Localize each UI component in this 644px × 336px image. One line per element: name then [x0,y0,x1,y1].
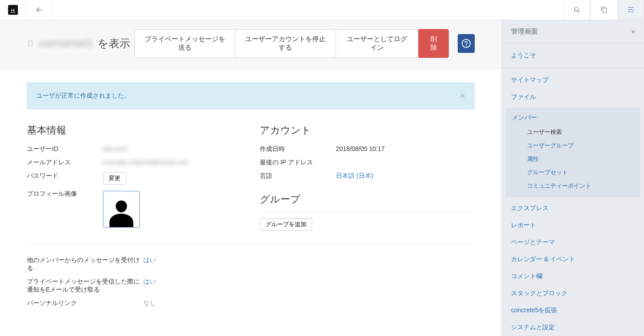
main-content: username01 を表示 プライベートメッセージを送る ユーザーアカウントを… [0,20,502,336]
change-password-button[interactable]: 変更 [103,172,126,185]
value-email: example.redacted@email.com [103,159,242,166]
suspend-button[interactable]: ユーザーアカウントを停止する [235,29,336,58]
value-created: 2018/08/05 10:17 [336,145,475,152]
row-password: パスワード 変更 [27,169,242,187]
help-button[interactable] [458,34,475,53]
nav-group-sets[interactable]: グループセット [524,166,640,179]
alert-message: ユーザが正常に作成されました。 [36,92,130,100]
copy-button[interactable] [590,0,618,20]
value-personal-link: なし [143,299,242,307]
row-user-id: ユーザーID abcuser1 [27,142,242,156]
delete-button[interactable]: 削除 [418,29,449,58]
label-profile-image: プロフィール画像 [27,190,103,198]
add-group-button[interactable]: グループを追加 [260,218,312,231]
row-language: 言語 日本語 (日本) [260,169,475,183]
admin-sidebar: 管理画面 ▾ ようこそ サイトマップ ファイル メンバー ユーザー検索 ユーザー… [502,20,644,336]
top-toolbar [0,0,644,20]
page-title-suffix: を表示 [98,36,130,51]
label-notify-email: プライベートメッセージを受信した際に通知をEメールで受け取る [27,278,143,294]
copy-icon [601,6,608,13]
nav-attributes[interactable]: 属性 [524,152,640,166]
send-pm-button[interactable]: プライベートメッセージを送る [134,29,235,58]
bookmark-icon[interactable] [27,39,34,48]
caret-down-icon: ▾ [631,28,635,36]
avatar-silhouette-icon [106,196,137,227]
label-personal-link: パーソナルリンク [27,299,143,307]
nav-sitemap[interactable]: サイトマップ [502,72,644,89]
page-header: username01 を表示 プライベートメッセージを送る ユーザーアカウントを… [0,20,502,69]
search-button[interactable] [564,0,590,20]
toolbar-spacer [52,0,564,20]
settings-button[interactable] [618,0,644,20]
nav-comments[interactable]: コメント欄 [502,268,644,285]
nav-stacks[interactable]: スタックとブロック [502,285,644,302]
nav-extend[interactable]: concrete5を拡張 [502,302,644,319]
nav-user-groups[interactable]: ユーザーグループ [524,139,640,152]
label-last-ip: 最後の IP アドレス [260,159,336,167]
nav-members[interactable]: メンバー [506,110,640,125]
value-accept-msgs[interactable]: はい [143,256,242,264]
row-profile-image: プロフィール画像 [27,187,242,230]
row-email: メールアドレス example.redacted@email.com [27,156,242,169]
action-buttons: プライベートメッセージを送る ユーザーアカウントを停止する ユーザーとしてログイ… [135,29,449,58]
row-notify-email: プライベートメッセージを受信した際に通知をEメールで受け取る はい [27,275,242,297]
alert-close-button[interactable]: × [459,90,465,102]
concrete5-logo-icon [8,5,18,15]
back-button[interactable] [26,0,52,20]
nav-files[interactable]: ファイル [502,89,644,106]
nav-system[interactable]: システムと設定 [502,319,644,336]
nav-reports[interactable]: レポート [502,217,644,234]
value-language[interactable]: 日本語 (日本) [336,172,475,180]
label-accept-msgs: 他のメンバーからのメッセージを受付ける [27,256,143,272]
row-personal-link: パーソナルリンク なし [27,297,242,310]
row-accept-msgs: 他のメンバーからのメッセージを受付ける はい [27,254,242,275]
success-alert: ユーザが正常に作成されました。 × [27,82,475,109]
label-email: メールアドレス [27,159,103,167]
nav-express[interactable]: エクスプレス [502,200,644,217]
label-created: 作成日時 [260,145,336,153]
avatar[interactable] [103,191,140,228]
login-as-button[interactable]: ユーザーとしてログイン [335,29,419,58]
nav-user-search[interactable]: ユーザー検索 [524,125,640,139]
help-icon [461,39,471,48]
group-heading: グループ [260,193,475,206]
label-language: 言語 [260,172,336,180]
search-icon [573,6,581,14]
basic-info-heading: 基本情報 [27,124,242,137]
label-user-id: ユーザーID [27,145,103,153]
account-heading: アカウント [260,124,475,137]
nav-pages-themes[interactable]: ページとテーマ [502,234,644,251]
nav-calendar[interactable]: カレンダー & イベント [502,251,644,268]
logo-button[interactable] [0,0,26,20]
value-user-id: abcuser1 [103,145,242,152]
row-created: 作成日時 2018/08/05 10:17 [260,142,475,156]
nav-welcome[interactable]: ようこそ [511,52,635,60]
sidebar-header-label: 管理画面 [511,27,538,36]
row-last-ip: 最後の IP アドレス [260,156,475,169]
sliders-icon [627,6,635,13]
page-title-username: username01 [39,38,93,49]
nav-members-group: メンバー ユーザー検索 ユーザーグループ 属性 グループセット コミュニティーポ… [506,108,640,197]
label-password: パスワード [27,172,103,180]
arrow-left-icon [35,6,43,14]
nav-points[interactable]: コミュニティーポイント [524,179,640,193]
sidebar-header[interactable]: 管理画面 ▾ [502,20,644,43]
value-notify-email[interactable]: はい [143,278,242,286]
